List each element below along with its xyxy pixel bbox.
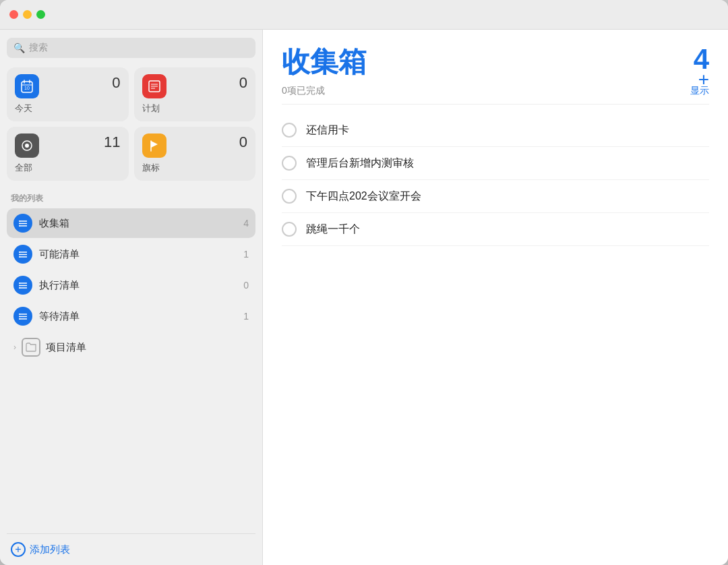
task-item-4[interactable]: 跳绳一千个 <box>282 213 709 246</box>
add-list-label: 添加列表 <box>30 543 70 556</box>
waiting-list-name: 等待清单 <box>39 310 237 323</box>
waiting-list-count: 1 <box>243 311 249 322</box>
today-icon: 10 <box>15 74 39 98</box>
task-text-2: 管理后台新增内测审核 <box>306 156 414 171</box>
maybe-list-count: 1 <box>243 249 249 260</box>
flag-icon <box>142 133 166 158</box>
flag-label: 旗标 <box>142 162 248 174</box>
maybe-list-name: 可能清单 <box>39 248 237 261</box>
task-checkbox-2[interactable] <box>282 156 297 171</box>
action-list-icon <box>13 276 32 295</box>
smart-card-all[interactable]: 11 全部 <box>7 127 129 181</box>
svg-point-21 <box>19 251 20 253</box>
list-item-maybe[interactable]: 可能清单 1 <box>7 239 255 269</box>
close-button[interactable] <box>9 10 18 19</box>
list-item-inbox[interactable]: 收集箱 4 <box>7 208 255 238</box>
today-label: 今天 <box>15 102 121 115</box>
minimize-button[interactable] <box>23 10 32 19</box>
task-checkbox-1[interactable] <box>282 123 297 138</box>
all-label: 全部 <box>15 162 121 174</box>
svg-point-27 <box>19 282 20 284</box>
action-list-count: 0 <box>243 280 249 291</box>
task-text-3: 下午四点202会议室开会 <box>306 189 421 204</box>
chevron-right-icon: › <box>13 343 16 352</box>
app-window: 🔍 搜索 10 <box>0 0 728 565</box>
task-checkbox-4[interactable] <box>282 222 297 237</box>
svg-point-29 <box>19 287 20 289</box>
smart-card-plan[interactable]: 0 计划 <box>134 67 256 121</box>
svg-point-15 <box>19 220 20 222</box>
maximize-button[interactable] <box>36 10 45 19</box>
main-layout: 🔍 搜索 10 <box>0 30 728 565</box>
add-task-button[interactable]: + <box>698 69 709 90</box>
action-list-name: 执行清单 <box>39 279 237 292</box>
project-label: 项目清单 <box>46 341 86 354</box>
completed-row: 0项已完成 显示 <box>282 85 709 105</box>
svg-point-10 <box>25 144 29 148</box>
list-items: 收集箱 4 可能清单 <box>7 208 255 533</box>
plan-label: 计划 <box>142 102 248 115</box>
svg-point-17 <box>19 225 20 227</box>
project-folder-icon <box>22 338 40 357</box>
task-text-1: 还信用卡 <box>306 123 349 138</box>
svg-point-35 <box>19 318 20 320</box>
svg-point-16 <box>19 222 20 224</box>
svg-point-34 <box>19 316 20 317</box>
smart-lists-grid: 10 0 今天 <box>7 67 255 181</box>
svg-point-23 <box>19 256 20 258</box>
smart-card-flag[interactable]: 0 旗标 <box>134 127 256 181</box>
list-item-waiting[interactable]: 等待清单 1 <box>7 301 255 331</box>
smart-card-today[interactable]: 10 0 今天 <box>7 67 129 121</box>
all-count: 11 <box>104 133 120 151</box>
search-bar[interactable]: 🔍 搜索 <box>7 38 255 58</box>
inbox-list-icon <box>13 214 32 233</box>
search-icon: 🔍 <box>13 42 25 53</box>
task-item-3[interactable]: 下午四点202会议室开会 <box>282 180 709 213</box>
task-item-1[interactable]: 还信用卡 <box>282 114 709 147</box>
svg-point-33 <box>19 314 20 315</box>
svg-point-22 <box>19 254 20 255</box>
task-checkbox-3[interactable] <box>282 189 297 204</box>
list-item-action[interactable]: 执行清单 0 <box>7 270 255 300</box>
all-icon <box>15 133 39 158</box>
svg-point-28 <box>19 285 20 286</box>
add-list-plus-icon: + <box>11 542 26 557</box>
task-text-4: 跳绳一千个 <box>306 222 360 237</box>
plan-count: 0 <box>239 74 247 92</box>
sidebar: 🔍 搜索 10 <box>0 30 263 565</box>
my-lists-section-label: 我的列表 <box>7 193 255 204</box>
inbox-list-name: 收集箱 <box>39 217 237 230</box>
content-header: 收集箱 4 <box>282 43 709 81</box>
traffic-lights <box>9 10 45 19</box>
title-bar <box>0 0 728 30</box>
svg-text:10: 10 <box>24 86 30 90</box>
plan-icon <box>142 74 166 98</box>
project-item[interactable]: › 项目清单 <box>7 332 255 362</box>
content-area: + 收集箱 4 0项已完成 显示 还信用卡 管理后台新增内测审核 <box>263 30 728 565</box>
completed-text: 0项已完成 <box>282 85 325 97</box>
today-count: 0 <box>112 74 120 92</box>
search-placeholder: 搜索 <box>29 42 48 54</box>
add-list-button[interactable]: + 添加列表 <box>7 533 255 565</box>
waiting-list-icon <box>13 307 32 326</box>
inbox-list-count: 4 <box>243 218 249 229</box>
flag-count: 0 <box>239 133 247 151</box>
maybe-list-icon <box>13 245 32 264</box>
task-item-2[interactable]: 管理后台新增内测审核 <box>282 147 709 180</box>
task-list: 还信用卡 管理后台新增内测审核 下午四点202会议室开会 跳绳一千个 <box>282 114 709 246</box>
content-title: 收集箱 <box>282 43 367 81</box>
